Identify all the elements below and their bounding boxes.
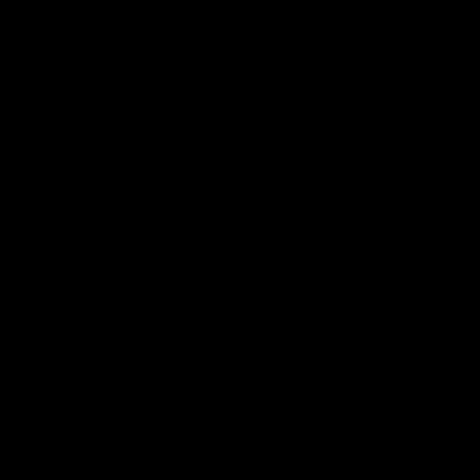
chart-stage bbox=[0, 0, 476, 476]
plot-background bbox=[12, 12, 464, 464]
chart-plot bbox=[12, 12, 464, 464]
